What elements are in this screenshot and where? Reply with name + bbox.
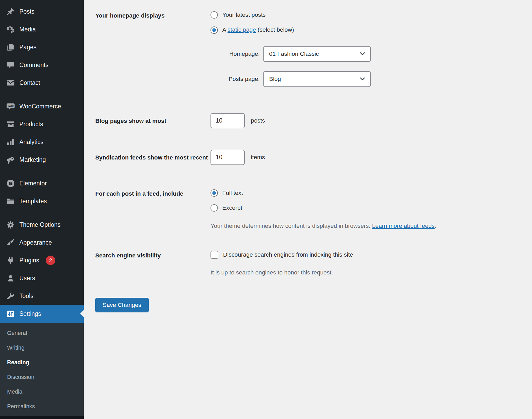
sidebar-item-label: Comments [19,62,48,69]
user-icon [6,273,15,283]
feed-note: Your theme determines how content is dis… [210,222,436,230]
homepage-select-label: Homepage: [220,50,260,58]
sidebar-item-media[interactable]: Media [0,20,84,38]
elementor-icon [6,179,15,188]
svg-text:Woo: Woo [7,104,14,107]
submenu-item-writing[interactable]: Writing [0,340,84,355]
static-page-radio-option[interactable]: A static page (select below) [210,26,371,34]
blog-pages-label: Blog pages show at most [95,116,210,125]
radio-unchecked-icon[interactable] [210,11,218,19]
megaphone-icon [6,155,15,164]
settings-submenu: General Writing Reading Discussion Media… [0,323,84,416]
envelope-icon [6,78,15,87]
sidebar-item-label: Media [19,26,36,33]
excerpt-radio-label: Excerpt [222,204,242,212]
sidebar-item-products[interactable]: Products [0,115,84,133]
full-text-radio-label: Full text [222,189,243,197]
sidebar-item-marketing[interactable]: Marketing [0,151,84,169]
bar-chart-icon [6,137,15,147]
sidebar-item-comments[interactable]: Comments [0,56,84,74]
sidebar-item-users[interactable]: Users [0,269,84,287]
sidebar-item-label: Templates [19,198,47,205]
discourage-indexing-option[interactable]: Discourage search engines from indexing … [210,251,353,259]
submenu-item-media[interactable]: Media [0,384,84,399]
sidebar-item-theme-options[interactable]: Theme Options [0,216,84,234]
sidebar-item-label: Plugins [19,257,39,264]
submenu-item-reading[interactable]: Reading [0,355,84,370]
radio-checked-icon[interactable] [210,26,218,34]
sidebar-item-pages[interactable]: Pages [0,38,84,56]
syndication-unit: items [251,154,265,161]
full-text-radio-option[interactable]: Full text [210,189,436,197]
chevron-down-icon [359,75,366,82]
sidebar-item-elementor[interactable]: Elementor [0,174,84,192]
sidebar-item-plugins[interactable]: Plugins 2 [0,251,84,269]
reading-settings-form: Your homepage displays Your latest posts… [84,0,532,419]
save-changes-button[interactable]: Save Changes [95,298,149,312]
blog-pages-input[interactable] [210,113,245,128]
gear-icon [6,220,15,229]
camera-icon [6,25,15,34]
homepage-displays-label: Your homepage displays [95,11,210,20]
feed-content-label: For each post in a feed, include [95,189,210,198]
admin-sidebar: Posts Media Pages Comments Contact Woo W… [0,0,84,419]
sidebar-item-tools[interactable]: Tools [0,287,84,305]
sliders-icon [6,309,15,318]
feed-content-row: For each post in a feed, include Full te… [95,189,516,230]
sidebar-item-templates[interactable]: Templates [0,192,84,210]
homepage-select-value: 01 Fashion Classic [269,50,319,58]
static-page-link[interactable]: static page [228,26,256,33]
chevron-down-icon [359,50,366,57]
homepage-select-row: Homepage: 01 Fashion Classic [220,46,371,62]
submenu-item-permalinks[interactable]: Permalinks [0,399,84,414]
checkbox-unchecked-icon[interactable] [210,251,218,259]
sidebar-item-label: Pages [19,44,36,51]
box-icon [6,119,15,129]
sidebar-item-settings[interactable]: Settings [0,305,84,323]
sidebar-item-posts[interactable]: Posts [0,3,84,20]
sidebar-item-label: Settings [19,310,41,317]
posts-page-select-label: Posts page: [220,75,260,83]
paintbrush-icon [6,238,15,247]
search-visibility-row: Search engine visibility Discourage sear… [95,251,516,277]
blog-pages-unit: posts [251,117,265,124]
submenu-item-discussion[interactable]: Discussion [0,370,84,384]
sidebar-item-label: Marketing [19,156,46,163]
static-page-prefix: A [222,26,228,33]
pushpin-icon [6,7,15,16]
sidebar-bottom-strip [0,416,84,419]
posts-page-select[interactable]: Blog [263,71,371,87]
posts-page-select-value: Blog [269,75,281,83]
search-visibility-label: Search engine visibility [95,251,210,260]
submenu-item-general[interactable]: General [0,326,84,340]
wordpress-admin-reading-settings: Posts Media Pages Comments Contact Woo W… [0,0,532,419]
learn-more-feeds-link[interactable]: Learn more about feeds [372,223,435,229]
homepage-select[interactable]: 01 Fashion Classic [263,46,371,62]
syndication-items-input[interactable] [210,150,245,165]
sidebar-item-label: Theme Options [19,221,60,228]
sidebar-item-appearance[interactable]: Appearance [0,234,84,251]
excerpt-radio-option[interactable]: Excerpt [210,204,436,212]
posts-page-select-row: Posts page: Blog [220,71,371,87]
radio-unchecked-icon[interactable] [210,204,218,212]
sidebar-item-label: Users [19,275,35,282]
woocommerce-icon: Woo [6,102,15,111]
syndication-row: Syndication feeds show the most recent i… [95,150,516,165]
plugins-update-badge: 2 [46,256,55,265]
latest-posts-radio-label: Your latest posts [222,11,266,19]
discourage-indexing-label: Discourage search engines from indexing … [223,251,353,259]
sidebar-item-label: Elementor [19,180,47,187]
sidebar-item-woocommerce[interactable]: Woo WooCommerce [0,97,84,115]
comment-bubble-icon [6,60,15,70]
sidebar-item-analytics[interactable]: Analytics [0,133,84,151]
sidebar-item-contact[interactable]: Contact [0,74,84,92]
latest-posts-radio-option[interactable]: Your latest posts [210,11,371,19]
sidebar-item-label: Products [19,121,43,128]
static-page-suffix: (select below) [256,26,294,33]
radio-checked-icon[interactable] [210,189,218,197]
sidebar-item-label: Posts [19,8,35,15]
search-visibility-note: It is up to search engines to honor this… [210,269,353,277]
folder-icon [6,196,15,206]
sidebar-item-label: Analytics [19,139,43,146]
sidebar-item-label: Contact [19,79,40,86]
